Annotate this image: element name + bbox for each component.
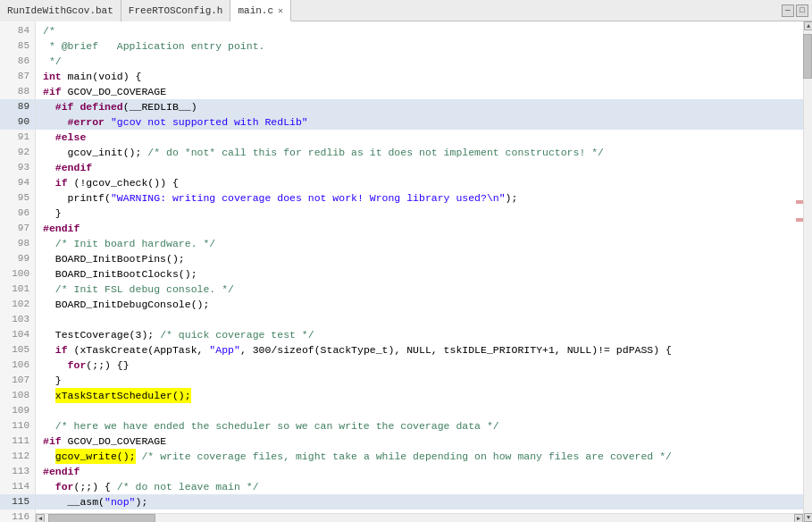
token-plain: (xTaskCreate(AppTask, (68, 342, 210, 358)
code-line: int main(void) { (36, 69, 812, 84)
tab-config-label: FreeRTOSConfig.h (129, 5, 223, 16)
scroll-down-button[interactable]: ▼ (804, 513, 812, 522)
line-number: 91 (0, 130, 35, 145)
tab-bar: RunIdeWithGcov.bat FreeRTOSConfig.h main… (0, 0, 812, 21)
token-cm: /* quick coverage test */ (160, 327, 314, 342)
token-cm: /* do not leave main */ (117, 479, 259, 494)
maximize-button[interactable]: □ (796, 4, 808, 17)
token-plain: } (43, 206, 62, 221)
line-number: 107 (0, 373, 35, 388)
code-line: #else (36, 130, 812, 145)
token-plain: printf( (43, 190, 111, 206)
margin-indicator-2 (796, 218, 803, 222)
tab-main[interactable]: main.c ✕ (230, 0, 291, 21)
vertical-scrollbar[interactable]: ▲ ▼ (803, 21, 812, 522)
token-pp: #endif (43, 160, 92, 175)
token-str: "gcov not supported with RedLib" (111, 114, 308, 130)
token-plain (43, 479, 55, 494)
code-line: gcov_write(); /* write coverage files, m… (36, 449, 812, 464)
code-line: TestCoverage(3); /* quick coverage test … (36, 327, 812, 342)
tab-config[interactable]: FreeRTOSConfig.h (121, 0, 231, 21)
token-str: "nop" (105, 494, 136, 509)
line-number: 106 (0, 358, 35, 373)
token-plain: (__REDLIB__) (123, 99, 197, 114)
token-pp: #endif (43, 464, 80, 479)
token-plain (74, 99, 80, 114)
line-number: 98 (0, 236, 35, 251)
line-number: 114 (0, 479, 35, 494)
line-number: 103 (0, 312, 35, 327)
horizontal-scrollbar[interactable]: ◀ ▶ (36, 513, 803, 522)
code-line: xTaskStartScheduler(); (36, 388, 812, 403)
code-line: BOARD_InitBootClocks(); (36, 266, 812, 282)
line-number: 89 (0, 99, 35, 114)
line-number: 111 (0, 434, 35, 449)
code-line: /* (36, 23, 812, 38)
token-plain: BOARD_InitBootClocks(); (43, 266, 197, 282)
token-cm: /* (43, 23, 55, 38)
token-cm: /* write coverage files, might take a wh… (141, 449, 672, 464)
editor-body: 8485868788899091929394959697989910010110… (0, 21, 812, 522)
scroll-left-button[interactable]: ◀ (36, 514, 45, 522)
line-number: 90 (0, 114, 35, 130)
code-line: if (!gcov_check()) { (36, 175, 812, 190)
code-line: for(;;) { /* do not leave main */ (36, 479, 812, 494)
token-kw: for (55, 479, 74, 494)
line-number: 95 (0, 190, 35, 206)
code-line: #if GCOV_DO_COVERAGE (36, 434, 812, 449)
line-number: 113 (0, 464, 35, 479)
line-number: 101 (0, 282, 35, 297)
line-numbers: 8485868788899091929394959697989910010110… (0, 21, 36, 522)
code-line: /* Init board hardware. */ (36, 236, 812, 251)
line-number: 85 (0, 38, 35, 54)
code-line: gcov_init(); /* do *not* call this for r… (36, 145, 812, 160)
code-line: #endif (36, 160, 812, 175)
token-pp: #endif (43, 221, 80, 236)
code-area[interactable]: /* * @brief Application entry point. */i… (36, 21, 812, 522)
token-kw: defined (80, 99, 122, 114)
code-line: #endif (36, 221, 812, 236)
line-number: 110 (0, 418, 35, 434)
token-plain: (;;) {} (86, 358, 129, 373)
token-plain: } (43, 373, 62, 388)
line-number: 97 (0, 221, 35, 236)
line-number: 87 (0, 69, 35, 84)
code-line: } (36, 206, 812, 221)
line-number: 100 (0, 266, 35, 282)
code-line: #if defined(__REDLIB__) (36, 99, 812, 114)
token-kw: if (55, 175, 68, 190)
line-number: 92 (0, 145, 35, 160)
token-str: "App" (209, 342, 240, 358)
code-line (36, 312, 812, 327)
scroll-thumb-h[interactable] (48, 514, 155, 522)
scroll-right-button[interactable]: ▶ (794, 514, 803, 522)
line-number: 84 (0, 23, 35, 38)
token-plain (43, 449, 55, 464)
token-kw: int (43, 69, 62, 84)
tab-main-label: main.c (238, 5, 273, 16)
token-cm: */ (43, 54, 62, 69)
token-plain: __asm( (43, 494, 105, 509)
minimize-button[interactable]: — (782, 4, 794, 17)
token-pp: #else (43, 130, 86, 145)
scroll-thumb-v[interactable] (803, 34, 812, 79)
line-number: 115 (0, 494, 35, 509)
token-plain: BOARD_InitDebugConsole(); (43, 297, 209, 312)
token-pp: #error (43, 114, 105, 130)
token-pp: #if (43, 84, 62, 99)
code-line: __asm("nop"); (36, 494, 812, 509)
code-line: for(;;) {} (36, 358, 812, 373)
line-number: 109 (0, 403, 35, 418)
token-kw: if (55, 342, 68, 358)
token-plain: GCOV_DO_COVERAGE (62, 84, 166, 99)
code-line: * @brief Application entry point. (36, 38, 812, 54)
tab-run[interactable]: RunIdeWithGcov.bat (0, 0, 121, 21)
scroll-up-button[interactable]: ▲ (804, 21, 812, 30)
token-cm: /* do *not* call this for redlib as it d… (147, 145, 604, 160)
token-plain (136, 449, 142, 464)
close-icon[interactable]: ✕ (278, 5, 283, 16)
token-hl: xTaskStartScheduler(); (55, 388, 191, 403)
token-plain: main(void) { (62, 69, 142, 84)
line-number: 94 (0, 175, 35, 190)
token-plain (43, 358, 68, 373)
